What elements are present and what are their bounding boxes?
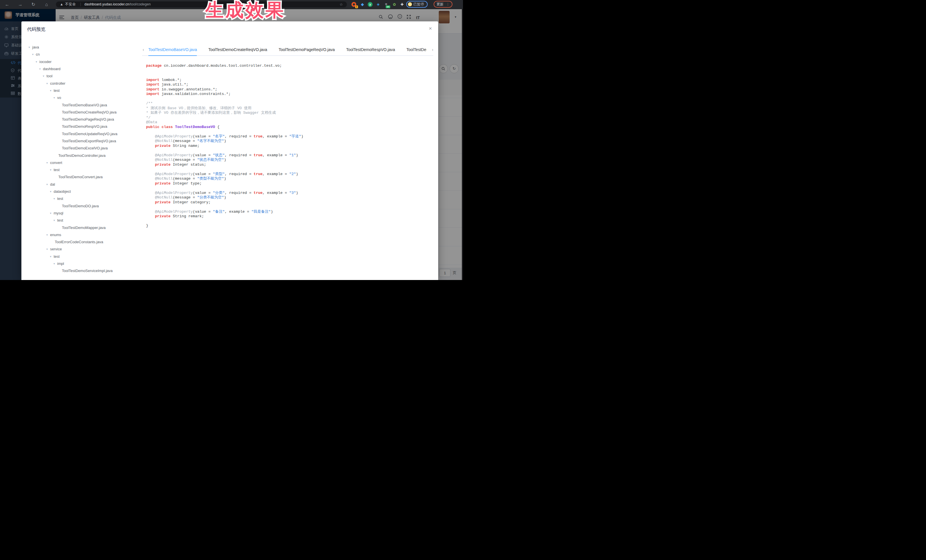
- back-icon[interactable]: ←: [3, 0, 11, 9]
- tree-node-label: ToolTestDemoMapper.java: [62, 225, 106, 230]
- code-line: @NotNull(message = "类型不能为空"): [146, 177, 435, 181]
- file-tab-4[interactable]: ToolTestDemoUpdateReqVO.java: [407, 44, 427, 56]
- tree-node[interactable]: ▾test: [26, 195, 142, 202]
- paused-label: 已暂停: [413, 2, 424, 7]
- tree-node[interactable]: ▾dashboard: [26, 65, 142, 72]
- code-line: private String remark;: [146, 214, 435, 219]
- caret-down-icon: ▾: [54, 197, 57, 200]
- caret-down-icon: ▾: [32, 53, 36, 56]
- tree-node[interactable]: ▾enums: [26, 231, 142, 238]
- extension-icon-green-y[interactable]: y: [367, 2, 373, 8]
- tree-node[interactable]: ToolTestDemoUpdateReqVO.java: [26, 130, 142, 137]
- tree-node[interactable]: ToolErrorCodeConstants.java: [26, 238, 142, 246]
- tree-node[interactable]: ▾java: [26, 44, 142, 51]
- caret-down-icon: ▾: [54, 262, 57, 265]
- code-line: @ApiModelProperty(value = "名字", required…: [146, 134, 435, 139]
- tree-node[interactable]: ToolTestDemoExportReqVO.java: [26, 137, 142, 145]
- tree-node[interactable]: ToolTestDemoMapper.java: [26, 224, 142, 231]
- tree-node-label: ToolTestDemoDO.java: [62, 204, 99, 208]
- file-tab-2[interactable]: ToolTestDemoPageReqVO.java: [279, 44, 335, 56]
- tree-node-label: test: [54, 88, 60, 93]
- bookmark-star-icon[interactable]: ☆: [339, 2, 343, 8]
- extension-icon-diamond-grid[interactable]: ◈: [375, 2, 381, 8]
- caret-down-icon: ▾: [54, 96, 57, 99]
- extension-icon-list[interactable]: ≡ on: [383, 2, 389, 8]
- forward-icon[interactable]: →: [17, 0, 24, 9]
- browser-update-button[interactable]: 更新 ⋮: [434, 1, 452, 8]
- tree-node[interactable]: ToolTestDemoConvert.java: [26, 174, 142, 181]
- tree-node[interactable]: ▾impl: [26, 260, 142, 267]
- tree-node-label: test: [57, 196, 64, 201]
- tree-node[interactable]: ▾test: [26, 87, 142, 94]
- tabs-scroll-left-icon[interactable]: ‹: [143, 47, 144, 52]
- url-bar[interactable]: ▲ 不安全 dashboard.yudao.iocoder.cn/tool/co…: [56, 2, 347, 8]
- scrollbar-track[interactable]: [462, 9, 463, 280]
- code-line: [146, 68, 435, 73]
- tree-node[interactable]: ToolTestDemoExcelVO.java: [26, 145, 142, 152]
- tree-node[interactable]: ▾tool: [26, 72, 142, 80]
- tree-node-label: ToolTestDemoExportReqVO.java: [62, 139, 116, 143]
- extension-icon-plant[interactable]: ✿: [391, 2, 397, 8]
- tree-node[interactable]: ▾controller: [26, 80, 142, 87]
- extension-icon-puzzle[interactable]: ✚: [399, 2, 405, 8]
- tree-node[interactable]: ToolTestDemoPageReqVO.java: [26, 116, 142, 123]
- tree-node-label: test: [54, 168, 60, 172]
- code-viewer[interactable]: package cn.iocoder.dashboard.modules.too…: [146, 63, 435, 278]
- close-icon[interactable]: ×: [429, 26, 432, 32]
- file-tab-0[interactable]: ToolTestDemoBaseVO.java: [148, 44, 197, 56]
- code-line: private String name;: [146, 144, 435, 149]
- reload-icon[interactable]: ↻: [30, 0, 37, 9]
- tree-node-label: convert: [50, 160, 62, 165]
- file-tab-3[interactable]: ToolTestDemoRespVO.java: [346, 44, 395, 56]
- tree-node[interactable]: ToolTestDemoController.java: [26, 152, 142, 159]
- code-line: private Integer status;: [146, 163, 435, 168]
- tree-node[interactable]: ▾mysql: [26, 210, 142, 217]
- tree-node[interactable]: ToolTestDemoBaseVO.java: [26, 101, 142, 108]
- tree-node[interactable]: ▾service: [26, 246, 142, 253]
- tree-node[interactable]: ToolTestDemoDO.java: [26, 202, 142, 210]
- tree-node[interactable]: ToolTestDemoServiceImpl.java: [26, 267, 142, 274]
- home-icon[interactable]: ⌂: [43, 0, 50, 9]
- code-line: @ApiModelProperty(value = "备注", example …: [146, 210, 435, 214]
- security-label[interactable]: 不安全: [65, 2, 76, 8]
- code-line: private Integer category;: [146, 200, 435, 205]
- tree-node[interactable]: ▾test: [26, 217, 142, 224]
- extension-icon-gem[interactable]: ◆: [359, 2, 365, 8]
- code-line: import io.swagger.annotations.*;: [146, 87, 435, 92]
- tree-node-label: ToolErrorCodeConstants.java: [55, 240, 103, 244]
- update-label: 更新: [436, 2, 443, 7]
- tree-node[interactable]: ▾iocoder: [26, 58, 142, 65]
- tree-node-label: ToolTestDemoBaseVO.java: [62, 103, 107, 107]
- tree-node[interactable]: ▾test: [26, 166, 142, 174]
- browser-toolbar: ← → ↻ ⌂ ▲ 不安全 dashboard.yudao.iocoder.cn…: [0, 0, 463, 9]
- code-line: @NotNull(message = "名字不能为空"): [146, 139, 435, 144]
- url-text[interactable]: dashboard.yudao.iocoder.cn/tool/codegen: [85, 2, 151, 8]
- extension-icon-orange[interactable]: 1: [351, 2, 357, 8]
- tree-node-label: java: [32, 45, 39, 49]
- tree-node[interactable]: ToolTestDemoCreateReqVO.java: [26, 109, 142, 116]
- tree-node[interactable]: ▾dataobject: [26, 188, 142, 195]
- caret-down-icon: ▾: [50, 190, 54, 193]
- tree-node[interactable]: ▾cn: [26, 51, 142, 58]
- tree-node-label: mysql: [54, 211, 64, 215]
- tree-node[interactable]: ▾dal: [26, 181, 142, 188]
- tree-node[interactable]: ▾convert: [26, 159, 142, 166]
- extension-glyph: y: [368, 2, 372, 7]
- code-line: }: [146, 223, 435, 228]
- tree-node-label: ToolTestDemoPageReqVO.java: [62, 117, 114, 121]
- tree-node[interactable]: ToolTestDemoRespVO.java: [26, 123, 142, 130]
- extension-on-badge: on: [386, 5, 390, 8]
- caret-down-icon: ▾: [54, 219, 57, 222]
- paused-extension-button[interactable]: 已暂停: [406, 1, 428, 8]
- tree-node-label: ToolTestDemoRespVO.java: [62, 124, 107, 128]
- tabs-scroll-right-icon[interactable]: ›: [432, 47, 433, 52]
- tree-node-label: ToolTestDemoExcelVO.java: [62, 146, 107, 150]
- caret-down-icon: ▾: [50, 168, 54, 171]
- file-tree[interactable]: ▾java▾cn▾iocoder▾dashboard▾tool▾controll…: [26, 44, 142, 280]
- kebab-menu-icon[interactable]: ⋮: [446, 3, 449, 6]
- tree-node[interactable]: ▾test: [26, 253, 142, 260]
- code-line: [146, 186, 435, 191]
- tree-node[interactable]: ▾vo: [26, 94, 142, 101]
- code-line: public class ToolTestDemoBaseVO {: [146, 125, 435, 130]
- file-tab-1[interactable]: ToolTestDemoCreateReqVO.java: [208, 44, 267, 56]
